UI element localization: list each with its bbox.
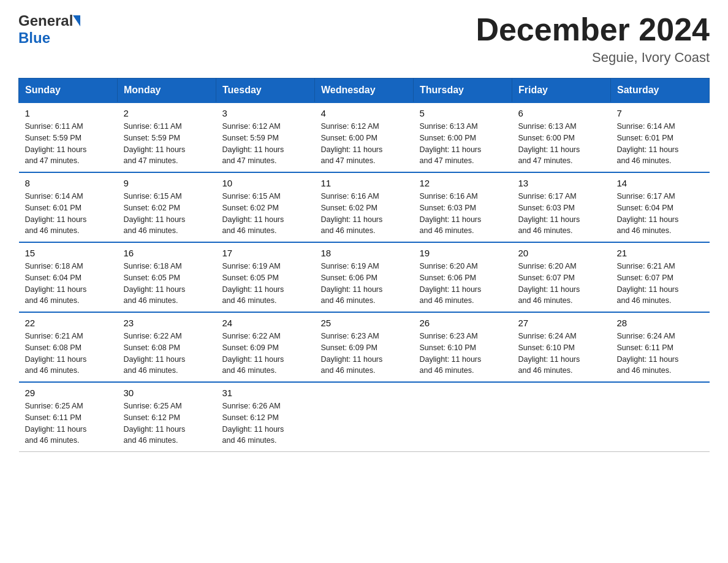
day-number: 24: [222, 318, 309, 328]
logo-blue: Blue: [18, 29, 50, 47]
header-cell-thursday: Thursday: [414, 79, 512, 103]
header-cell-friday: Friday: [512, 79, 611, 103]
day-number: 15: [25, 248, 112, 258]
day-info: Sunrise: 6:21 AMSunset: 6:07 PMDaylight:…: [617, 262, 679, 305]
calendar-body: 1 Sunrise: 6:11 AMSunset: 5:59 PMDayligh…: [19, 102, 710, 452]
day-info: Sunrise: 6:12 AMSunset: 6:00 PMDaylight:…: [321, 122, 383, 165]
day-info: Sunrise: 6:26 AMSunset: 6:12 PMDaylight:…: [222, 402, 284, 445]
day-cell: 22 Sunrise: 6:21 AMSunset: 6:08 PMDaylig…: [19, 312, 118, 382]
day-number: 23: [124, 318, 210, 328]
header-cell-wednesday: Wednesday: [315, 79, 414, 103]
day-cell: 14 Sunrise: 6:17 AMSunset: 6:04 PMDaylig…: [611, 172, 710, 242]
day-info: Sunrise: 6:22 AMSunset: 6:08 PMDaylight:…: [124, 332, 186, 375]
calendar-header: SundayMondayTuesdayWednesdayThursdayFrid…: [19, 79, 710, 103]
day-cell: 4 Sunrise: 6:12 AMSunset: 6:00 PMDayligh…: [315, 102, 414, 172]
day-number: 29: [25, 388, 112, 398]
day-number: 12: [420, 178, 506, 188]
subtitle: Seguie, Ivory Coast: [476, 50, 710, 66]
day-info: Sunrise: 6:13 AMSunset: 6:00 PMDaylight:…: [518, 122, 580, 165]
logo-top: General: [18, 12, 80, 29]
day-info: Sunrise: 6:19 AMSunset: 6:06 PMDaylight:…: [321, 262, 383, 305]
day-number: 4: [321, 108, 408, 118]
header-cell-sunday: Sunday: [19, 79, 118, 103]
day-info: Sunrise: 6:15 AMSunset: 6:02 PMDaylight:…: [222, 192, 284, 235]
week-row: 29 Sunrise: 6:25 AMSunset: 6:11 PMDaylig…: [19, 382, 710, 452]
day-number: 1: [25, 108, 112, 118]
header-cell-monday: Monday: [118, 79, 216, 103]
day-info: Sunrise: 6:15 AMSunset: 6:02 PMDaylight:…: [124, 192, 186, 235]
week-row: 8 Sunrise: 6:14 AMSunset: 6:01 PMDayligh…: [19, 172, 710, 242]
day-number: 2: [124, 108, 210, 118]
day-number: 22: [25, 318, 112, 328]
day-number: 28: [617, 318, 703, 328]
day-info: Sunrise: 6:22 AMSunset: 6:09 PMDaylight:…: [222, 332, 284, 375]
day-info: Sunrise: 6:14 AMSunset: 6:01 PMDaylight:…: [617, 122, 679, 165]
day-info: Sunrise: 6:17 AMSunset: 6:03 PMDaylight:…: [518, 192, 580, 235]
day-cell: 21 Sunrise: 6:21 AMSunset: 6:07 PMDaylig…: [611, 242, 710, 312]
day-number: 31: [222, 388, 309, 398]
day-number: 3: [222, 108, 309, 118]
day-number: 10: [222, 178, 309, 188]
day-number: 30: [124, 388, 210, 398]
logo: General Blue: [18, 12, 80, 47]
day-number: 5: [420, 108, 506, 118]
day-number: 19: [420, 248, 506, 258]
day-info: Sunrise: 6:24 AMSunset: 6:11 PMDaylight:…: [617, 332, 679, 375]
day-cell: 13 Sunrise: 6:17 AMSunset: 6:03 PMDaylig…: [512, 172, 611, 242]
day-number: 18: [321, 248, 408, 258]
day-number: 21: [617, 248, 703, 258]
day-cell: 10 Sunrise: 6:15 AMSunset: 6:02 PMDaylig…: [216, 172, 315, 242]
calendar-table: SundayMondayTuesdayWednesdayThursdayFrid…: [18, 78, 710, 452]
day-info: Sunrise: 6:25 AMSunset: 6:12 PMDaylight:…: [124, 402, 186, 445]
day-number: 9: [124, 178, 210, 188]
day-cell: 29 Sunrise: 6:25 AMSunset: 6:11 PMDaylig…: [19, 382, 118, 452]
page-header: General Blue December 2024 Seguie, Ivory…: [18, 12, 710, 66]
day-number: 26: [420, 318, 506, 328]
day-cell: 12 Sunrise: 6:16 AMSunset: 6:03 PMDaylig…: [414, 172, 512, 242]
day-cell: 18 Sunrise: 6:19 AMSunset: 6:06 PMDaylig…: [315, 242, 414, 312]
day-cell: 2 Sunrise: 6:11 AMSunset: 5:59 PMDayligh…: [118, 102, 216, 172]
day-info: Sunrise: 6:23 AMSunset: 6:10 PMDaylight:…: [420, 332, 482, 375]
day-cell: [512, 382, 611, 452]
day-cell: 3 Sunrise: 6:12 AMSunset: 5:59 PMDayligh…: [216, 102, 315, 172]
day-cell: 1 Sunrise: 6:11 AMSunset: 5:59 PMDayligh…: [19, 102, 118, 172]
day-number: 20: [518, 248, 605, 258]
day-number: 11: [321, 178, 408, 188]
day-number: 17: [222, 248, 309, 258]
day-cell: 19 Sunrise: 6:20 AMSunset: 6:06 PMDaylig…: [414, 242, 512, 312]
day-info: Sunrise: 6:18 AMSunset: 6:04 PMDaylight:…: [25, 262, 87, 305]
day-cell: 6 Sunrise: 6:13 AMSunset: 6:00 PMDayligh…: [512, 102, 611, 172]
day-cell: 26 Sunrise: 6:23 AMSunset: 6:10 PMDaylig…: [414, 312, 512, 382]
day-number: 25: [321, 318, 408, 328]
header-row: SundayMondayTuesdayWednesdayThursdayFrid…: [19, 79, 710, 103]
week-row: 22 Sunrise: 6:21 AMSunset: 6:08 PMDaylig…: [19, 312, 710, 382]
day-cell: [611, 382, 710, 452]
header-cell-saturday: Saturday: [611, 79, 710, 103]
day-cell: 28 Sunrise: 6:24 AMSunset: 6:11 PMDaylig…: [611, 312, 710, 382]
day-cell: 9 Sunrise: 6:15 AMSunset: 6:02 PMDayligh…: [118, 172, 216, 242]
day-cell: 27 Sunrise: 6:24 AMSunset: 6:10 PMDaylig…: [512, 312, 611, 382]
logo-general: General: [18, 12, 73, 29]
day-info: Sunrise: 6:20 AMSunset: 6:06 PMDaylight:…: [420, 262, 482, 305]
day-number: 13: [518, 178, 605, 188]
day-info: Sunrise: 6:11 AMSunset: 5:59 PMDaylight:…: [124, 122, 186, 165]
day-info: Sunrise: 6:11 AMSunset: 5:59 PMDaylight:…: [25, 122, 87, 165]
day-cell: 23 Sunrise: 6:22 AMSunset: 6:08 PMDaylig…: [118, 312, 216, 382]
day-cell: 16 Sunrise: 6:18 AMSunset: 6:05 PMDaylig…: [118, 242, 216, 312]
day-cell: 11 Sunrise: 6:16 AMSunset: 6:02 PMDaylig…: [315, 172, 414, 242]
day-info: Sunrise: 6:12 AMSunset: 5:59 PMDaylight:…: [222, 122, 284, 165]
day-number: 16: [124, 248, 210, 258]
day-cell: [414, 382, 512, 452]
day-number: 8: [25, 178, 112, 188]
day-info: Sunrise: 6:20 AMSunset: 6:07 PMDaylight:…: [518, 262, 580, 305]
main-title: December 2024: [476, 12, 710, 47]
day-info: Sunrise: 6:19 AMSunset: 6:05 PMDaylight:…: [222, 262, 284, 305]
day-cell: 24 Sunrise: 6:22 AMSunset: 6:09 PMDaylig…: [216, 312, 315, 382]
day-cell: 31 Sunrise: 6:26 AMSunset: 6:12 PMDaylig…: [216, 382, 315, 452]
day-number: 14: [617, 178, 703, 188]
logo-arrow: [73, 15, 80, 26]
week-row: 15 Sunrise: 6:18 AMSunset: 6:04 PMDaylig…: [19, 242, 710, 312]
day-cell: 8 Sunrise: 6:14 AMSunset: 6:01 PMDayligh…: [19, 172, 118, 242]
day-number: 6: [518, 108, 605, 118]
day-cell: 7 Sunrise: 6:14 AMSunset: 6:01 PMDayligh…: [611, 102, 710, 172]
